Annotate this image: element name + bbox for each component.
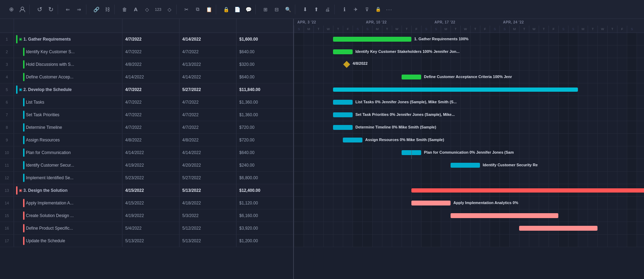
row-planned-start: 4/14/2022 bbox=[122, 71, 179, 83]
gantt-bar[interactable] bbox=[333, 37, 411, 42]
weekend-column bbox=[294, 235, 304, 247]
row-task-name[interactable]: Plan for Communication bbox=[14, 146, 122, 159]
table-row[interactable]: 17Update the Schedule5/13/20225/13/2022$… bbox=[0, 235, 293, 247]
gantt-bar[interactable] bbox=[402, 75, 421, 79]
table-row[interactable]: 3Hold Discussions with S...4/8/20224/13/… bbox=[0, 58, 293, 71]
row-planned-start: 4/7/2022 bbox=[122, 96, 179, 108]
gantt-bar[interactable] bbox=[343, 138, 362, 142]
print-button[interactable]: 🖨 bbox=[323, 5, 332, 14]
chart-grid-line bbox=[637, 71, 637, 83]
shape-diamond-button[interactable]: ◇ bbox=[164, 5, 174, 14]
chart-grid-line bbox=[568, 209, 568, 222]
col-finish-header[interactable] bbox=[179, 19, 236, 33]
gantt-bar[interactable] bbox=[333, 88, 578, 92]
gantt-bar[interactable] bbox=[451, 163, 480, 168]
filter-button[interactable]: ⊽ bbox=[362, 5, 372, 14]
paste-button[interactable]: 📋 bbox=[204, 5, 214, 14]
row-task-name[interactable]: Determine Timeline bbox=[14, 121, 122, 133]
note-lock-button[interactable]: 🔒 bbox=[221, 5, 231, 14]
table-row[interactable]: 2Identify Key Customer S...4/7/20224/7/2… bbox=[0, 46, 293, 58]
table-view-button[interactable]: ⊟ bbox=[272, 5, 282, 14]
cut-button[interactable]: ✂ bbox=[182, 5, 191, 14]
text-number-button[interactable]: 123 bbox=[153, 5, 163, 14]
row-planned-resource: $6,800.00 bbox=[236, 172, 293, 184]
indent-button[interactable]: ⇒ bbox=[74, 5, 84, 14]
task-color-bar bbox=[23, 123, 24, 132]
row-task-name[interactable]: Hold Discussions with S... bbox=[14, 58, 122, 70]
comment-button[interactable]: 💬 bbox=[243, 5, 253, 14]
table-row[interactable]: 16Define Product Specific...5/4/20225/12… bbox=[0, 222, 293, 235]
col-all-header[interactable] bbox=[0, 19, 14, 33]
table-row[interactable]: 5▣2. Develop the Schedule4/7/20225/27/20… bbox=[0, 83, 293, 96]
row-task-name[interactable]: Assign Resources bbox=[14, 134, 122, 146]
row-task-name[interactable]: Identify Customer Secur... bbox=[14, 159, 122, 171]
chart-day-label: M bbox=[304, 26, 313, 33]
download-button[interactable]: ⬇ bbox=[300, 5, 310, 14]
send-button[interactable]: ✈ bbox=[351, 5, 361, 14]
chart-grid-line bbox=[402, 235, 402, 247]
row-task-name[interactable]: ▣3. Design the Solution bbox=[14, 184, 122, 196]
gantt-bar[interactable] bbox=[411, 201, 451, 205]
expand-icon[interactable]: ▣ bbox=[19, 188, 22, 192]
expand-icon[interactable]: ▣ bbox=[19, 37, 22, 41]
gantt-bar[interactable] bbox=[333, 49, 353, 54]
user-button[interactable] bbox=[17, 5, 27, 14]
gantt-bar[interactable] bbox=[333, 125, 353, 130]
font-button[interactable]: A bbox=[131, 5, 141, 14]
table-row[interactable]: 15Create Solution Design ...4/19/20225/3… bbox=[0, 209, 293, 222]
row-task-name[interactable]: Define Product Specific... bbox=[14, 222, 122, 234]
row-task-name[interactable]: ▣2. Develop the Schedule bbox=[14, 83, 122, 96]
delete-button[interactable]: 🗑 bbox=[120, 5, 129, 14]
chart-grid-line bbox=[617, 58, 617, 70]
link-button[interactable]: 🔗 bbox=[91, 5, 101, 14]
undo-button[interactable]: ↺ bbox=[35, 5, 44, 14]
table-row[interactable]: 13▣3. Design the Solution4/15/20225/13/2… bbox=[0, 184, 293, 197]
row-task-name[interactable]: Implement Identified Se... bbox=[14, 172, 122, 184]
table-row[interactable]: 7Set Task Priorities4/7/20224/7/2022$1,3… bbox=[0, 109, 293, 121]
more-options-button[interactable]: ··· bbox=[384, 5, 394, 14]
lock-button[interactable]: 🔒 bbox=[373, 5, 383, 14]
gantt-bar[interactable] bbox=[451, 213, 558, 218]
outdent-button[interactable]: ⇐ bbox=[63, 5, 73, 14]
zoom-search-button[interactable]: 🔍 bbox=[283, 5, 293, 14]
table-row[interactable]: 4Define Customer Accep...4/14/20224/14/2… bbox=[0, 71, 293, 83]
chart-grid-line bbox=[627, 58, 627, 70]
gantt-bar[interactable] bbox=[519, 226, 597, 231]
table-row[interactable]: 1▣1. Gather Requirements4/7/20224/14/202… bbox=[0, 33, 293, 46]
table-row[interactable]: 11Identify Customer Secur...4/19/20224/2… bbox=[0, 159, 293, 172]
highlight-button[interactable]: ◇ bbox=[142, 5, 152, 14]
table-row[interactable]: 9Assign Resources4/8/20224/8/2022$720.00 bbox=[0, 134, 293, 146]
document-button[interactable]: 📄 bbox=[232, 5, 242, 14]
unlink-button[interactable]: ⛓ bbox=[102, 5, 112, 14]
table-row[interactable]: 8Determine Timeline4/7/20224/7/2022$720.… bbox=[0, 121, 293, 134]
row-planned-finish: 5/27/2022 bbox=[179, 83, 236, 96]
row-task-name[interactable]: Create Solution Design ... bbox=[14, 209, 122, 222]
chart-grid-line bbox=[304, 184, 304, 196]
redo-button[interactable]: ↻ bbox=[46, 5, 56, 14]
col-start-header[interactable] bbox=[122, 19, 179, 33]
col-taskname-header[interactable] bbox=[14, 19, 122, 33]
gantt-bar[interactable] bbox=[411, 188, 644, 193]
columns-button[interactable]: ⊞ bbox=[261, 5, 270, 14]
info-button[interactable]: ℹ bbox=[340, 5, 349, 14]
table-row[interactable]: 6List Tasks4/7/20224/7/2022$1,360.00 bbox=[0, 96, 293, 109]
copy-button[interactable]: ⧉ bbox=[193, 5, 203, 14]
row-task-name[interactable]: Define Customer Accep... bbox=[14, 71, 122, 83]
row-task-name[interactable]: ▣1. Gather Requirements bbox=[14, 33, 122, 45]
table-row[interactable]: 12Implement Identified Se...5/23/20225/2… bbox=[0, 172, 293, 184]
row-task-name[interactable]: Update the Schedule bbox=[14, 235, 122, 247]
chart-grid-line bbox=[607, 83, 608, 96]
row-task-name[interactable]: Set Task Priorities bbox=[14, 109, 122, 121]
table-row[interactable]: 10Plan for Communication4/14/20224/14/20… bbox=[0, 146, 293, 159]
col-resource-header[interactable] bbox=[236, 19, 293, 33]
row-task-name[interactable]: List Tasks bbox=[14, 96, 122, 108]
table-row[interactable]: 14Apply Implementation A...4/15/20224/18… bbox=[0, 197, 293, 209]
share-button[interactable]: ⬆ bbox=[311, 5, 321, 14]
gantt-bar[interactable] bbox=[333, 112, 353, 117]
expand-icon[interactable]: ▣ bbox=[19, 88, 22, 91]
chart-grid-line bbox=[607, 33, 608, 45]
row-task-name[interactable]: Identify Key Customer S... bbox=[14, 46, 122, 58]
add-button[interactable]: ⊕ bbox=[6, 5, 16, 14]
gantt-bar[interactable] bbox=[333, 100, 353, 105]
row-task-name[interactable]: Apply Implementation A... bbox=[14, 197, 122, 209]
